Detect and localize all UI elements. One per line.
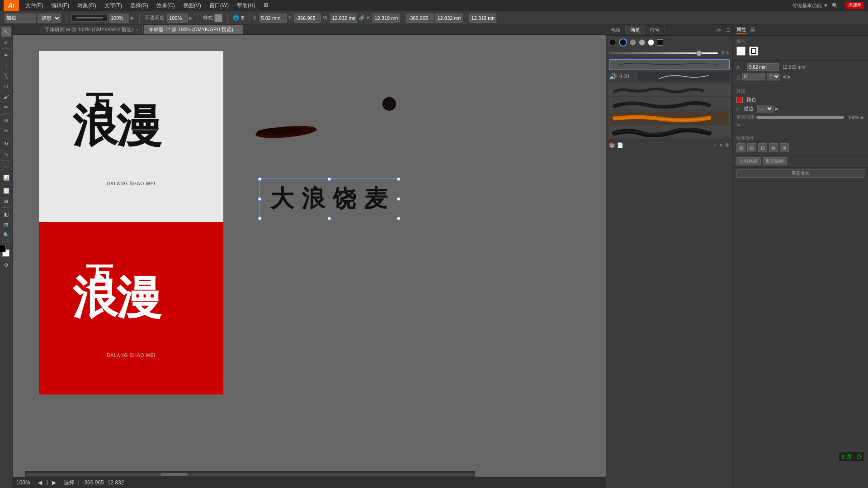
rm-stroke-select[interactable]: — xyxy=(757,105,774,113)
search-icon[interactable]: 🔍 xyxy=(832,3,838,9)
brush-selected-preview[interactable] xyxy=(609,59,730,70)
handle-tr[interactable] xyxy=(397,178,400,181)
tool-scale[interactable]: ⤡ xyxy=(1,149,11,159)
rm-icon-2[interactable]: ⊟ xyxy=(747,143,756,152)
panel-tab-symbol[interactable]: 符号 xyxy=(645,25,665,35)
tool-graph[interactable]: 📊 xyxy=(1,173,11,183)
tool-select[interactable]: ↖ xyxy=(1,27,11,37)
rm-icon-4[interactable]: ⊛ xyxy=(769,143,778,152)
rm-icon-5[interactable]: ⊚ xyxy=(780,143,789,152)
brush-slider-thumb[interactable] xyxy=(696,51,702,56)
globe-icon[interactable]: 🌐 xyxy=(233,15,239,21)
brush-list-item-1[interactable] xyxy=(609,84,730,96)
handle-ml[interactable] xyxy=(258,197,261,201)
tool-slice[interactable]: ⊠ xyxy=(1,196,11,206)
brush-list-item-2[interactable] xyxy=(609,98,730,110)
grid-icon[interactable]: ⊞ xyxy=(241,15,245,21)
selected-text-box[interactable]: 大 浪 饶 麦 xyxy=(259,178,399,219)
rm-icon-1[interactable]: ⊞ xyxy=(736,143,745,152)
stroke-swatch[interactable] xyxy=(749,47,758,56)
tab-0-close[interactable]: × xyxy=(136,28,138,32)
rm-angle-arrow-l[interactable]: ◀ xyxy=(782,74,786,79)
tool-shape[interactable]: □ xyxy=(1,81,11,91)
mode-dropdown[interactable]: 矩形 xyxy=(38,14,61,23)
brush-opacity-slider[interactable] xyxy=(609,52,718,54)
panel-menu[interactable]: ☰ xyxy=(724,27,732,33)
color-dot-4[interactable] xyxy=(639,39,645,46)
brush-lib-icon[interactable]: 📚 xyxy=(609,142,615,148)
menu-select[interactable]: 选择(S) xyxy=(127,1,152,10)
tab-1[interactable]: 未标题-1* @ 100% (CMYK/GPU 预览) × xyxy=(144,25,243,34)
tab-0[interactable]: 字体研究.ai @ 100% (CMYK/GPU 预览) × xyxy=(40,25,143,34)
rm-tab-properties[interactable]: 属性 xyxy=(736,26,746,34)
tool-gradient[interactable]: ◧ xyxy=(1,209,11,219)
brush-new-icon[interactable]: 📄 xyxy=(617,142,623,148)
rm-tab-layers[interactable]: 层 xyxy=(750,27,755,33)
tool-type[interactable]: T xyxy=(1,61,11,70)
rm-stroke-arrow[interactable]: ▶ xyxy=(775,106,779,111)
ref-x-input[interactable] xyxy=(406,14,434,23)
handle-mr[interactable] xyxy=(397,197,400,201)
rm-color-swatch[interactable] xyxy=(736,97,743,103)
tool-line[interactable]: ╲ xyxy=(1,71,11,81)
opacity-input[interactable] xyxy=(167,14,188,23)
brush-check-icon[interactable]: ✓ xyxy=(713,142,717,148)
rm-angle-select[interactable]: ° xyxy=(767,73,780,80)
link-icon[interactable]: 🔗 xyxy=(359,15,364,20)
style-preview[interactable] xyxy=(214,14,222,22)
btn-offset-path[interactable]: 位移路径 xyxy=(736,157,761,165)
tool-extra[interactable]: ⊕ xyxy=(1,260,11,270)
tool-eraser[interactable]: ⊘ xyxy=(1,115,11,125)
tool-paintbrush[interactable]: 🖌 xyxy=(1,92,11,102)
handle-br[interactable] xyxy=(397,217,400,220)
panel-tab-brush[interactable]: 画笔 xyxy=(626,25,645,35)
brush-x-icon[interactable]: ✕ xyxy=(719,142,723,148)
brush-list-item-4[interactable] xyxy=(609,126,730,138)
color-square[interactable] xyxy=(657,39,663,46)
tab-1-close[interactable]: × xyxy=(236,28,238,32)
tool-more[interactable]: … xyxy=(1,474,11,484)
stroke-width-input[interactable] xyxy=(109,14,129,23)
menu-window[interactable]: 窗口(W) xyxy=(206,1,232,10)
color-dot-5[interactable] xyxy=(648,39,654,46)
btn-ungroup[interactable]: 取消编组 xyxy=(763,157,787,165)
menu-help[interactable]: 帮助(H) xyxy=(233,1,259,10)
mode-input[interactable] xyxy=(5,14,36,23)
tool-mesh[interactable]: ⊞ xyxy=(1,220,11,230)
menu-view[interactable]: 视图(V) xyxy=(179,1,205,10)
handle-bl[interactable] xyxy=(258,217,261,220)
tool-artboard[interactable]: ⬜ xyxy=(1,186,11,196)
color-dot-selected[interactable] xyxy=(619,38,627,47)
hscroll-thumb[interactable] xyxy=(160,473,188,476)
panel-tab-color[interactable]: 色板 xyxy=(606,25,626,35)
tool-scissors[interactable]: ✂ xyxy=(1,126,11,136)
tool-pencil[interactable]: ✏ xyxy=(1,102,11,112)
rm-opacity-bar[interactable] xyxy=(756,116,844,119)
extra-input[interactable] xyxy=(469,14,496,23)
panel-expand[interactable]: ≫ xyxy=(714,27,723,33)
y-input[interactable] xyxy=(294,14,321,23)
menu-text[interactable]: 文字(T) xyxy=(101,1,126,10)
h-input[interactable] xyxy=(373,14,400,23)
tool-direct-select[interactable]: ↙ xyxy=(1,37,11,47)
handle-tl[interactable] xyxy=(258,178,261,181)
brush-list-item-3[interactable] xyxy=(609,112,730,124)
arrow-right[interactable]: ▶ xyxy=(131,15,134,20)
x-input[interactable] xyxy=(259,14,287,23)
ref-y-input[interactable] xyxy=(435,14,462,23)
color-dot-3[interactable] xyxy=(630,39,636,46)
artboard-nav-prev[interactable]: ◀ xyxy=(38,479,42,486)
w-input[interactable] xyxy=(330,14,357,23)
menu-object[interactable]: 对象(O) xyxy=(74,1,99,10)
foreground-color[interactable] xyxy=(0,245,6,252)
rm-opacity-expand[interactable]: ▶ xyxy=(861,115,864,120)
menu-edit[interactable]: 编辑(E) xyxy=(47,1,73,10)
fill-swatch[interactable] xyxy=(736,47,745,56)
rm-x-input[interactable] xyxy=(747,63,779,71)
menu-effect[interactable]: 效果(C) xyxy=(153,1,179,10)
menu-extra[interactable]: ⊞ xyxy=(260,1,272,10)
rm-icon-3[interactable]: ⊡ xyxy=(758,143,767,152)
brush-trash-icon[interactable]: 🗑 xyxy=(725,142,730,148)
canvas-hscroll[interactable] xyxy=(25,471,475,477)
color-dot-filled[interactable] xyxy=(609,39,616,46)
